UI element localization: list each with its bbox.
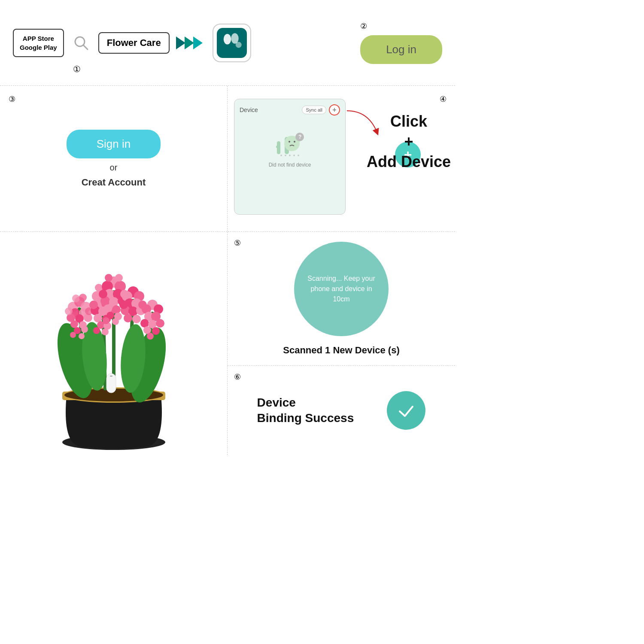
- login-button[interactable]: Log in: [360, 35, 442, 64]
- svg-point-85: [103, 317, 109, 324]
- svg-point-89: [105, 274, 112, 282]
- svg-text:?: ?: [298, 134, 301, 140]
- hyacinth-flower-image: [0, 232, 228, 455]
- svg-marker-4: [193, 36, 203, 49]
- svg-point-100: [132, 315, 141, 323]
- step2-group: ② Log in: [360, 21, 442, 64]
- bottom-section: ⑤ Scanning... Keep your phone and device…: [0, 232, 455, 455]
- google-play-label: Google Play: [20, 44, 57, 51]
- svg-point-113: [147, 333, 154, 340]
- svg-point-81: [103, 304, 112, 313]
- svg-point-110: [156, 319, 164, 328]
- svg-point-15: [294, 141, 295, 143]
- flower-care-app-icon: [217, 28, 247, 58]
- device-binding-text: Device Binding Success: [257, 395, 354, 426]
- step2-number: ②: [360, 21, 367, 31]
- flower-image-panel: [0, 232, 228, 455]
- mid-right: Device Sync all +: [228, 86, 455, 231]
- did-not-find-text: Did not find device: [269, 162, 311, 168]
- scanning-text: Scanning... Keep your phone and device i…: [307, 273, 376, 304]
- svg-point-108: [140, 319, 149, 328]
- device-header: Device Sync all +: [240, 104, 340, 115]
- step1-group: APP Store Google Play Flower Care: [13, 24, 251, 62]
- svg-point-50: [79, 333, 85, 339]
- svg-point-19: [285, 155, 286, 156]
- app-store-label: APP Store: [23, 35, 54, 42]
- empty-state-icon: ?: [268, 124, 311, 158]
- add-device-small-button[interactable]: +: [329, 104, 340, 115]
- svg-rect-11: [276, 146, 279, 148]
- svg-point-18: [280, 155, 282, 156]
- arrows: [176, 34, 206, 52]
- svg-point-9: [235, 42, 241, 48]
- scanned-result-text: Scanned 1 New Device (s): [283, 345, 399, 356]
- scanning-circle: Scanning... Keep your phone and device i…: [294, 242, 389, 336]
- svg-marker-2: [176, 36, 185, 49]
- svg-point-69: [89, 301, 98, 309]
- mid-section: ③ Sign in or Creat Account Device Sync a…: [0, 86, 455, 232]
- app-store-box: APP Store Google Play: [13, 29, 64, 57]
- svg-point-79: [109, 297, 118, 307]
- svg-point-99: [124, 314, 132, 322]
- scanning-section: ⑤ Scanning... Keep your phone and device…: [228, 232, 455, 366]
- top-section: APP Store Google Play Flower Care: [0, 0, 455, 86]
- step6-number: ⑥: [234, 372, 241, 382]
- sync-all-button[interactable]: Sync all: [302, 106, 326, 114]
- svg-point-51: [72, 295, 80, 302]
- step4-number: ④: [440, 94, 447, 104]
- checkmark-icon: [395, 400, 417, 421]
- svg-point-82: [112, 305, 121, 314]
- search-icon: [73, 34, 90, 52]
- svg-marker-3: [185, 36, 194, 49]
- svg-point-49: [70, 332, 76, 338]
- step3-number: ③: [9, 94, 15, 104]
- svg-point-67: [93, 327, 100, 334]
- svg-point-7: [223, 34, 231, 45]
- svg-point-20: [289, 155, 291, 156]
- step1-number: ①: [73, 64, 81, 74]
- svg-point-86: [112, 318, 119, 325]
- svg-point-112: [152, 327, 160, 335]
- sign-in-button[interactable]: Sign in: [67, 130, 161, 158]
- device-empty-state: ? Did not find device: [240, 120, 340, 172]
- svg-point-48: [81, 326, 88, 333]
- svg-point-22: [298, 155, 299, 156]
- bottom-right: ⑤ Scanning... Keep your phone and device…: [228, 232, 455, 455]
- svg-point-68: [102, 328, 109, 335]
- success-circle: [387, 391, 425, 430]
- svg-point-14: [289, 141, 290, 143]
- binding-success-section: ⑥ Device Binding Success: [228, 366, 455, 455]
- device-mockup: Device Sync all +: [234, 99, 346, 215]
- mid-left: ③ Sign in or Creat Account: [0, 86, 228, 231]
- double-arrow-icon: [176, 34, 206, 52]
- creat-account-text: Creat Account: [82, 177, 146, 188]
- app-icon-box: [213, 24, 251, 62]
- svg-point-52: [79, 294, 87, 301]
- svg-point-45: [70, 320, 78, 328]
- svg-point-90: [115, 274, 123, 282]
- svg-rect-115: [110, 376, 112, 377]
- svg-line-1: [83, 45, 88, 49]
- search-icon-wrap: [70, 32, 92, 54]
- flower-care-label: Flower Care: [98, 32, 170, 54]
- or-text: or: [110, 163, 118, 173]
- svg-point-101: [119, 301, 128, 309]
- click-add-device-label: Click + Add Device: [367, 112, 451, 172]
- svg-point-21: [293, 155, 295, 156]
- device-title-label: Device: [240, 106, 258, 113]
- step5-number: ⑤: [234, 238, 241, 248]
- svg-point-53: [65, 307, 73, 315]
- svg-point-87: [99, 290, 107, 298]
